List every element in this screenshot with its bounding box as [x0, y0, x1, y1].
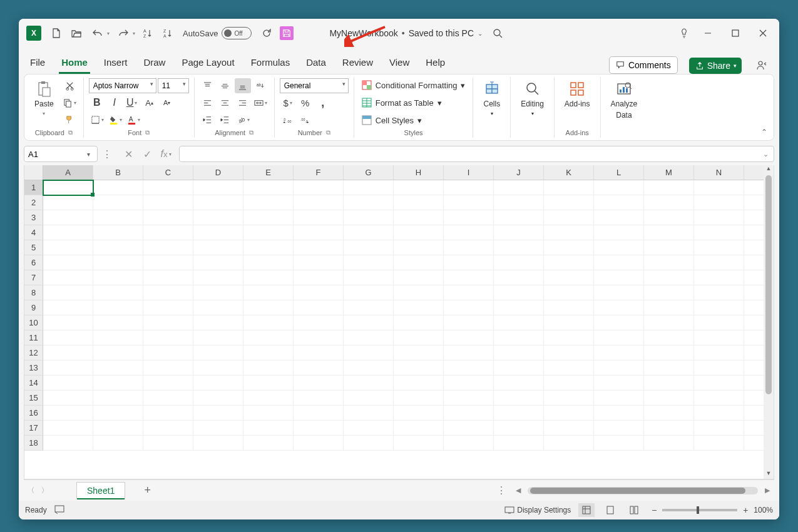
cell[interactable]	[344, 361, 394, 376]
cell[interactable]	[694, 225, 744, 240]
column-header[interactable]: N	[694, 165, 744, 180]
editing-button[interactable]: Editing▾	[516, 78, 549, 119]
border-button[interactable]: ▾	[89, 112, 106, 127]
cell[interactable]	[444, 330, 494, 345]
cell[interactable]	[444, 436, 494, 451]
cell[interactable]	[143, 270, 193, 285]
cell[interactable]	[494, 270, 544, 285]
sheet-nav-next[interactable]: 〉	[38, 486, 51, 495]
cell[interactable]	[93, 436, 143, 451]
cell[interactable]	[344, 270, 394, 285]
cell[interactable]	[594, 330, 644, 345]
cell[interactable]	[394, 361, 444, 376]
cell[interactable]	[93, 225, 143, 240]
cell[interactable]	[193, 210, 243, 225]
conditional-formatting-button[interactable]: Conditional Formatting▾	[359, 78, 468, 92]
comments-button[interactable]: Comments	[609, 56, 678, 74]
cell[interactable]	[494, 255, 544, 270]
cell[interactable]	[243, 300, 294, 315]
cell[interactable]	[294, 391, 344, 406]
clipboard-launcher[interactable]: ⧉	[68, 129, 73, 136]
cell[interactable]	[344, 225, 394, 240]
cell[interactable]	[594, 180, 644, 195]
cell[interactable]	[544, 300, 594, 315]
cell[interactable]	[193, 330, 243, 345]
row-header[interactable]: 14	[24, 376, 43, 391]
copy-icon[interactable]: ▾	[61, 95, 78, 110]
cell[interactable]	[494, 391, 544, 406]
row-header[interactable]: 8	[24, 285, 43, 300]
cell[interactable]	[494, 361, 544, 376]
cell[interactable]	[294, 210, 344, 225]
cell[interactable]	[644, 225, 694, 240]
cell[interactable]	[594, 376, 644, 391]
cell[interactable]	[394, 406, 444, 421]
cell[interactable]	[243, 361, 294, 376]
cell[interactable]	[544, 421, 594, 436]
cell[interactable]	[43, 376, 93, 391]
accessibility-icon[interactable]	[54, 505, 64, 516]
font-launcher[interactable]: ⧉	[145, 129, 150, 136]
cell[interactable]	[93, 255, 143, 270]
cell[interactable]	[43, 270, 93, 285]
cell[interactable]	[594, 255, 644, 270]
open-file-icon[interactable]	[68, 24, 85, 42]
cell[interactable]	[243, 210, 294, 225]
cell[interactable]	[143, 300, 193, 315]
cell[interactable]	[444, 240, 494, 255]
cell[interactable]	[394, 300, 444, 315]
sort-desc-icon[interactable]: ZA	[159, 24, 176, 42]
cell[interactable]	[344, 315, 394, 330]
percent-icon[interactable]: %	[297, 95, 314, 110]
cut-icon[interactable]	[61, 78, 78, 93]
cell[interactable]	[694, 300, 744, 315]
refresh-icon[interactable]	[258, 24, 275, 42]
cell[interactable]	[494, 421, 544, 436]
cell[interactable]	[243, 180, 294, 195]
currency-icon[interactable]: $▾	[280, 95, 296, 110]
add-sheet-button[interactable]: +	[144, 484, 151, 497]
cell[interactable]	[494, 210, 544, 225]
cell[interactable]	[644, 210, 694, 225]
cell[interactable]	[444, 210, 494, 225]
cell[interactable]	[644, 255, 694, 270]
row-header[interactable]: 15	[24, 391, 43, 406]
zoom-in-button[interactable]: +	[741, 505, 750, 515]
cell[interactable]	[143, 406, 193, 421]
name-box-dropdown[interactable]: ▾	[82, 151, 95, 158]
cell[interactable]	[594, 406, 644, 421]
cell[interactable]	[243, 376, 294, 391]
cell[interactable]	[243, 421, 294, 436]
cell[interactable]	[594, 225, 644, 240]
cell[interactable]	[93, 270, 143, 285]
hscroll-left[interactable]: ◀	[511, 486, 525, 494]
cell[interactable]	[494, 240, 544, 255]
cell[interactable]	[394, 210, 444, 225]
close-button[interactable]	[750, 24, 775, 43]
cell[interactable]	[294, 240, 344, 255]
align-middle-icon[interactable]	[217, 78, 233, 93]
cell[interactable]	[444, 225, 494, 240]
cell[interactable]	[93, 195, 143, 210]
cell[interactable]	[294, 225, 344, 240]
cell[interactable]	[694, 330, 744, 345]
document-title[interactable]: MyNewWorkbook • Saved to this PC ⌄	[329, 28, 483, 38]
cell[interactable]	[93, 345, 143, 361]
column-header[interactable]: D	[193, 165, 243, 180]
view-normal-icon[interactable]	[578, 503, 595, 517]
cell[interactable]	[444, 285, 494, 300]
tab-file[interactable]: File	[28, 53, 48, 74]
font-color-button[interactable]: A▾	[125, 112, 142, 127]
cell[interactable]	[694, 421, 744, 436]
cell[interactable]	[143, 255, 193, 270]
cell[interactable]	[594, 210, 644, 225]
cell[interactable]	[294, 376, 344, 391]
cell[interactable]	[394, 315, 444, 330]
row-header[interactable]: 2	[24, 195, 43, 210]
cell[interactable]	[644, 330, 694, 345]
cell[interactable]	[694, 285, 744, 300]
cell[interactable]	[444, 406, 494, 421]
cell[interactable]	[93, 240, 143, 255]
cell[interactable]	[694, 195, 744, 210]
cell[interactable]	[143, 195, 193, 210]
